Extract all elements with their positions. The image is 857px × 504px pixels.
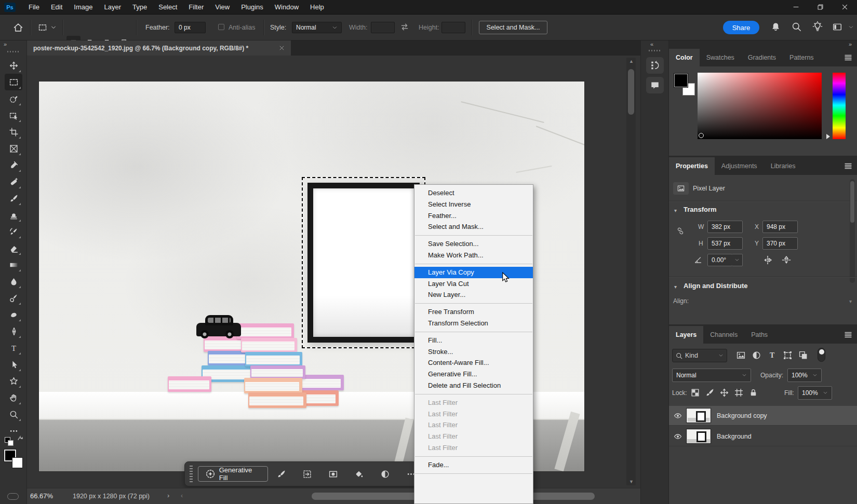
lock-all-icon[interactable]	[749, 388, 758, 397]
swap-colors-icon[interactable]	[17, 436, 24, 443]
layer-thumbnail[interactable]	[687, 408, 711, 423]
layer-filter-dropdown[interactable]: Kind	[672, 349, 727, 362]
properties-panel-menu-icon[interactable]	[843, 162, 853, 170]
menu-item-layer-via-cut[interactable]: Layer Via Cut	[414, 278, 533, 290]
home-icon[interactable]	[13, 22, 23, 33]
tab-channels[interactable]: Channels	[703, 326, 744, 344]
menu-item-feather[interactable]: Feather...	[414, 210, 533, 222]
pen-tool[interactable]	[5, 323, 22, 339]
lock-artboard-icon[interactable]	[734, 388, 743, 397]
layer-thumbnail[interactable]	[687, 429, 711, 443]
lock-transparent-pixels-icon[interactable]	[691, 388, 700, 397]
menu-item-content-aware-fill[interactable]: Content-Aware Fill...	[414, 357, 533, 369]
tab-swatches[interactable]: Swatches	[700, 49, 741, 66]
tab-paths[interactable]: Paths	[744, 326, 774, 344]
menu-item-stroke[interactable]: Stroke...	[414, 346, 533, 358]
discover-bulb-icon[interactable]	[812, 21, 823, 32]
filter-toggle-switch[interactable]	[818, 348, 825, 362]
align-collapse-chevron[interactable]: ▾	[674, 284, 677, 290]
selection-brush-button[interactable]	[275, 468, 287, 480]
collapse-tools-chevron[interactable]: »	[4, 41, 7, 47]
height-input[interactable]	[441, 22, 465, 33]
tool-preset-chevron-icon[interactable]	[50, 24, 57, 31]
background-color-swatch[interactable]	[12, 457, 23, 468]
restore-button[interactable]	[808, 0, 833, 15]
quick-mask-icon[interactable]	[7, 493, 19, 500]
menu-item-fill[interactable]: Fill...	[414, 335, 533, 346]
filter-smart-objects-icon[interactable]	[799, 351, 808, 360]
scroll-left-arrow[interactable]: ‹	[181, 492, 183, 499]
swap-width-height-icon[interactable]	[400, 22, 409, 32]
menu-select[interactable]: Select	[153, 0, 183, 15]
angle-dropdown[interactable]	[732, 254, 743, 266]
object-selection-tool[interactable]	[5, 107, 22, 124]
search-icon[interactable]	[792, 22, 801, 32]
blur-tool[interactable]	[5, 273, 22, 290]
filter-adjustment-layers-icon[interactable]	[752, 351, 761, 360]
filter-shape-layers-icon[interactable]	[783, 351, 792, 360]
spot-healing-brush-tool[interactable]	[5, 173, 22, 190]
color-panel-foreground-swatch[interactable]	[674, 74, 688, 87]
tab-color[interactable]: Color	[669, 49, 700, 66]
align-more-chevron[interactable]: ▾	[849, 298, 852, 304]
create-adjustment-button[interactable]	[379, 468, 391, 480]
eraser-tool[interactable]	[5, 240, 22, 256]
tab-adjust-ments[interactable]: Adjustments	[715, 157, 764, 175]
tool-preset-marquee-icon[interactable]	[38, 23, 47, 32]
menu-item-last-filter[interactable]: Last Filter	[414, 431, 533, 442]
menu-item-new-layer[interactable]: New Layer...	[414, 289, 533, 301]
menu-item-save-selection[interactable]: Save Selection...	[414, 238, 533, 250]
menu-item-select-and-mask[interactable]: Select and Mask...	[414, 221, 533, 233]
clone-stamp-tool[interactable]	[5, 207, 22, 223]
menu-item-transform-selection[interactable]: Transform Selection	[414, 318, 533, 329]
frame-tool[interactable]	[5, 140, 22, 157]
menu-item-fade[interactable]: Fade...	[414, 459, 533, 471]
layers-panel-menu-icon[interactable]	[843, 331, 853, 339]
menu-type[interactable]: Type	[127, 0, 153, 15]
minimize-button[interactable]	[784, 0, 808, 15]
gradient-tool[interactable]	[5, 256, 22, 273]
flip-horizontal-icon[interactable]	[762, 255, 773, 265]
menu-help[interactable]: Help	[304, 0, 330, 15]
menu-item-last-filter[interactable]: Last Filter	[414, 419, 533, 431]
angle-input[interactable]: 0.00°	[707, 254, 732, 266]
menu-view[interactable]: View	[209, 0, 235, 15]
hand-tool[interactable]	[5, 389, 22, 406]
menu-item-layer-via-copy[interactable]: Layer Via Copy	[414, 267, 533, 278]
menu-item-free-transform[interactable]: Free Transform	[414, 306, 533, 318]
rectangular-marquee-tool[interactable]	[5, 74, 22, 90]
workspace-icon[interactable]	[831, 22, 843, 32]
opacity-input[interactable]: 100%	[787, 369, 822, 382]
x-value-input[interactable]: 948 px	[762, 221, 798, 233]
menu-filter[interactable]: Filter	[183, 0, 209, 15]
menu-item-make-work-path[interactable]: Make Work Path...	[414, 250, 533, 261]
properties-scrollbar-thumb[interactable]	[850, 181, 854, 223]
filter-pixel-layers-icon[interactable]	[737, 351, 745, 360]
scroll-down-arrow[interactable]: ▼	[629, 479, 634, 484]
menu-layer[interactable]: Layer	[99, 0, 127, 15]
properties-scrollbar[interactable]	[850, 179, 855, 283]
filter-type-layers-icon[interactable]: T	[768, 351, 776, 360]
taskbar-grip[interactable]	[188, 466, 195, 482]
menu-item-deselect[interactable]: Deselect	[414, 187, 533, 199]
feather-input[interactable]: 0 px	[175, 22, 206, 33]
create-mask-button[interactable]	[327, 468, 339, 480]
hue-slider-pointer[interactable]	[826, 134, 830, 139]
menu-item-last-filter[interactable]: Last Filter	[414, 397, 533, 408]
select-and-mask-button[interactable]: Select and Mask...	[479, 21, 547, 34]
brush-tool[interactable]	[5, 190, 22, 207]
menu-item-select-inverse[interactable]: Select Inverse	[414, 199, 533, 210]
tab-gradients[interactable]: Gradients	[741, 49, 783, 66]
menu-plugins[interactable]: Plugins	[235, 0, 269, 15]
menu-window[interactable]: Window	[269, 0, 304, 15]
tools-grip[interactable]	[7, 51, 20, 52]
blend-mode-dropdown[interactable]: Normal	[672, 369, 751, 382]
style-dropdown[interactable]: Normal	[292, 22, 342, 33]
selection-brush-tool[interactable]	[5, 90, 22, 107]
generative-fill-button[interactable]: Generative Fill	[198, 466, 268, 482]
color-picker-circle[interactable]	[699, 133, 704, 138]
version-history-panel-button[interactable]	[646, 57, 664, 74]
crop-tool[interactable]	[5, 124, 22, 140]
height-value-input[interactable]: 537 px	[707, 237, 743, 250]
tab-layers[interactable]: Layers	[669, 326, 703, 344]
